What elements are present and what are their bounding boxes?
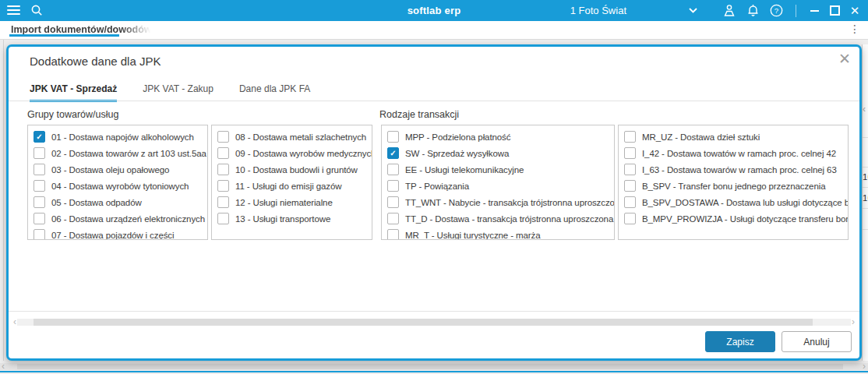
checkbox[interactable]: ✓ bbox=[387, 147, 399, 159]
modal-horizontal-scrollbar[interactable] bbox=[17, 319, 851, 326]
checkbox-item[interactable]: B_MPV_PROWIZJA - Usługi dotyczące transf… bbox=[619, 210, 848, 227]
checkbox[interactable] bbox=[387, 229, 399, 240]
checkbox[interactable] bbox=[387, 213, 399, 224]
tab-import-dokumentow[interactable]: Import dokumentów/dowodów bbox=[11, 24, 152, 35]
checkbox-label: 02 - Dostawa towarów z art 103 ust.5aa bbox=[51, 149, 206, 158]
checkbox-item[interactable]: 03 - Dostawa oleju opałowego bbox=[28, 161, 207, 178]
background-scrollbar-thumb[interactable] bbox=[17, 364, 843, 369]
checkbox-item[interactable]: I_63 - Dostawa towarów w ramach proc. ce… bbox=[619, 161, 848, 178]
background-horizontal-scrollbar[interactable]: ‹ › bbox=[0, 363, 868, 370]
tabs-bottom-border bbox=[9, 101, 859, 101]
checkbox[interactable] bbox=[217, 131, 229, 143]
checkbox-item[interactable]: MR_UZ - Dostawa dzieł sztuki bbox=[619, 129, 848, 145]
checkbox[interactable] bbox=[217, 180, 229, 192]
checkbox-item[interactable]: 13 - Usługi transportowe bbox=[212, 210, 372, 227]
checkbox-label: 13 - Usługi transportowe bbox=[235, 214, 330, 224]
checkbox-label: 04 - Dostawa wyrobów tytoniowych bbox=[51, 182, 189, 191]
checkbox-item[interactable]: EE - Usługi telekomunikacyjne bbox=[382, 161, 614, 178]
cancel-button[interactable]: Anuluj bbox=[782, 331, 852, 352]
checkbox-item[interactable]: MPP - Podzielona płatność bbox=[382, 129, 614, 145]
checkbox-label: I_42 - Dostawa towatów w ramach proc. ce… bbox=[642, 149, 836, 158]
checkbox[interactable] bbox=[624, 147, 636, 159]
minimize-button[interactable] bbox=[804, 0, 824, 21]
checkbox-item[interactable]: 02 - Dostawa towarów z art 103 ust.5aa bbox=[28, 145, 207, 161]
checkbox-label: MPP - Podzielona płatność bbox=[405, 132, 510, 142]
checkbox[interactable] bbox=[387, 164, 399, 175]
tab-jpk-vat-sprzedaz[interactable]: JPK VAT - Sprzedaż bbox=[30, 83, 117, 102]
checkbox-item[interactable]: ✓ 01 - Dostawa napojów alkoholowych bbox=[28, 129, 207, 145]
checkbox-item[interactable]: 12 - Usługi niematerialne bbox=[212, 194, 372, 210]
checkbox-group-transactions-col2: MR_UZ - Dostawa dzieł sztuki I_42 - Dost… bbox=[618, 125, 849, 240]
checkbox[interactable] bbox=[624, 131, 636, 143]
document-tab-strip: Import dokumentów/dowodów ⋮ bbox=[0, 21, 868, 40]
checkbox[interactable] bbox=[217, 213, 229, 224]
dialog-tabs: JPK VAT - Sprzedaż JPK VAT - Zakup Dane … bbox=[30, 83, 310, 102]
scroll-left-icon[interactable]: ‹ bbox=[2, 361, 5, 372]
checkbox-item[interactable]: MR_T - Usługi turystyczne - marża bbox=[382, 227, 614, 240]
background-scroll-left-icon: ‹ bbox=[863, 104, 866, 115]
dialog-close-icon[interactable]: ✕ bbox=[838, 51, 851, 66]
checkbox-item[interactable]: 06 - Dostawa urządzeń elektronicznych bbox=[28, 210, 207, 227]
checkbox[interactable] bbox=[217, 196, 229, 208]
checkbox[interactable] bbox=[387, 180, 399, 192]
checkbox-item[interactable]: 04 - Dostawa wyrobów tytoniowych bbox=[28, 178, 207, 194]
checkbox[interactable] bbox=[34, 164, 45, 175]
checkbox[interactable] bbox=[624, 180, 636, 192]
checkbox-item[interactable]: TP - Powiązania bbox=[382, 178, 614, 194]
active-tab-underline bbox=[9, 34, 119, 37]
checkbox-item[interactable]: 11 - Usługi do emisji gazów bbox=[212, 178, 372, 194]
company-selector-label[interactable]: 1 Foto Świat bbox=[570, 5, 626, 16]
modal-scroll-left-icon[interactable]: ‹ bbox=[13, 316, 16, 327]
checkbox[interactable] bbox=[387, 131, 399, 143]
checkbox[interactable] bbox=[624, 196, 636, 208]
modal-scrollbar-thumb[interactable] bbox=[34, 319, 813, 326]
checkbox[interactable] bbox=[34, 196, 45, 208]
background-table-sliver: ‹ 10 10 bbox=[862, 44, 868, 361]
checkbox[interactable] bbox=[217, 164, 229, 175]
close-window-button[interactable]: ✕ bbox=[845, 0, 865, 21]
checkbox[interactable] bbox=[34, 229, 45, 240]
checkbox[interactable] bbox=[34, 213, 45, 224]
checkbox-item[interactable]: 07 - Dostawa pojazdów i części bbox=[28, 227, 207, 240]
scroll-right-icon[interactable]: › bbox=[863, 361, 866, 372]
checkbox-item[interactable]: I_42 - Dostawa towatów w ramach proc. ce… bbox=[619, 145, 848, 161]
checkbox[interactable] bbox=[34, 147, 45, 159]
checkbox-item[interactable]: B_SPV - Transfer bonu jednego przeznacze… bbox=[619, 178, 848, 194]
checkbox-label: B_SPV_DOSTAWA - Dostawa lub usługi dotyc… bbox=[642, 198, 849, 207]
checkbox-label: SW - Sprzedaż wysyłkowa bbox=[405, 149, 509, 158]
maximize-button[interactable] bbox=[824, 0, 845, 21]
notifications-bell-icon[interactable] bbox=[741, 0, 764, 21]
checkbox-item[interactable]: 05 - Dostawa odpadów bbox=[28, 194, 207, 210]
checkbox-label: 10 - Dostawa budowli i gruntów bbox=[235, 165, 358, 175]
checkbox-label: 12 - Usługi niematerialne bbox=[235, 198, 333, 207]
checkbox-label: 05 - Dostawa odpadów bbox=[51, 198, 142, 207]
more-options-icon[interactable]: ⋮ bbox=[849, 23, 860, 35]
checkbox[interactable] bbox=[34, 180, 45, 192]
help-icon[interactable]: ? bbox=[764, 0, 788, 21]
checkbox-label: TT_WNT - Nabycie - transakcja trójstronn… bbox=[405, 198, 615, 207]
checkbox-item[interactable]: TT_WNT - Nabycie - transakcja trójstronn… bbox=[382, 194, 614, 210]
tab-jpk-vat-zakup[interactable]: JPK VAT - Zakup bbox=[143, 83, 213, 102]
topbar-right-cluster: 1 Foto Świat ? ✕ bbox=[570, 0, 865, 21]
checkbox[interactable] bbox=[217, 147, 229, 159]
save-button[interactable]: Zapisz bbox=[705, 331, 775, 352]
checkbox-label: B_MPV_PROWIZJA - Usługi dotyczące transf… bbox=[642, 214, 849, 224]
section-label-grupy-towarow: Grupy towarów/usług bbox=[27, 109, 118, 120]
tab-dane-dla-jpk-fa[interactable]: Dane dla JPK FA bbox=[239, 83, 310, 102]
checkbox-item[interactable]: ✓ SW - Sprzedaż wysyłkowa bbox=[382, 145, 614, 161]
checkbox[interactable] bbox=[387, 196, 399, 208]
modal-scroll-right-icon[interactable]: › bbox=[852, 316, 855, 327]
user-icon[interactable] bbox=[718, 0, 741, 21]
checkbox-item[interactable]: 08 - Dostawa metali szlachetnych bbox=[212, 129, 372, 145]
chevron-down-icon[interactable] bbox=[689, 8, 697, 13]
checkbox-item[interactable]: 10 - Dostawa budowli i gruntów bbox=[212, 161, 372, 178]
checkbox-group-transactions-col1: MPP - Podzielona płatność ✓ SW - Sprzeda… bbox=[381, 125, 615, 240]
content-scroll-divider bbox=[9, 311, 859, 312]
checkbox[interactable]: ✓ bbox=[34, 131, 45, 143]
checkbox-label: MR_T - Usługi turystyczne - marża bbox=[405, 231, 541, 240]
checkbox-item[interactable]: B_SPV_DOSTAWA - Dostawa lub usługi dotyc… bbox=[619, 194, 848, 210]
checkbox[interactable] bbox=[624, 213, 636, 224]
checkbox-item[interactable]: TT_D - Dostawa - transakcja trójstronna … bbox=[382, 210, 614, 227]
checkbox[interactable] bbox=[624, 164, 636, 175]
checkbox-item[interactable]: 09 - Dostawa wyrobów medycznych bbox=[212, 145, 372, 161]
